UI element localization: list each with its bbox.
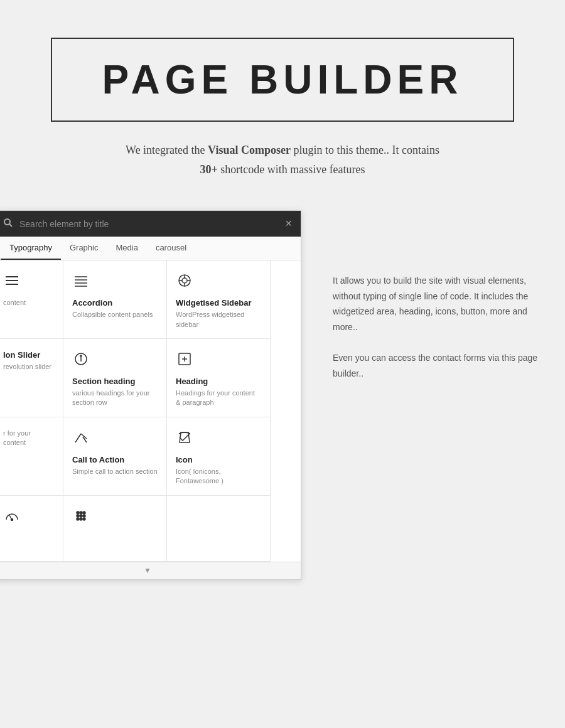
- svg-point-29: [77, 515, 79, 517]
- svg-point-25: [11, 518, 13, 520]
- svg-point-27: [80, 511, 82, 514]
- description-para1: It allows you to build the site with vis…: [333, 273, 540, 335]
- subtitle: We integrated the Visual Composer plugin…: [126, 141, 439, 179]
- brand-name: Visual Composer: [208, 144, 291, 156]
- cell-title: Section heading: [72, 377, 135, 386]
- svg-point-28: [83, 511, 85, 514]
- tab-graphic[interactable]: Graphic: [61, 237, 107, 260]
- svg-point-31: [83, 515, 85, 517]
- list-item[interactable]: Heading Headings for your content & para…: [167, 339, 271, 417]
- main-content: × Typography Graphic Media carousel cont…: [0, 210, 565, 579]
- cell-title: Ion Slider: [3, 350, 40, 360]
- svg-point-30: [80, 515, 82, 517]
- cell-description: Simple call to action section: [72, 467, 158, 476]
- icon-element-icon: [176, 429, 193, 449]
- cell-description: r for your content: [3, 429, 54, 448]
- svg-point-17: [80, 355, 82, 356]
- cell-description: Icon( Ionicons, Fontawesome ): [176, 467, 261, 486]
- element-panel: × Typography Graphic Media carousel cont…: [0, 210, 301, 579]
- panel-tabs: Typography Graphic Media carousel: [0, 237, 301, 260]
- svg-line-21: [75, 434, 81, 442]
- search-bar: ×: [0, 211, 301, 237]
- list-item[interactable]: content: [0, 260, 63, 339]
- svg-point-26: [77, 511, 79, 514]
- cell-description: revolution slider: [3, 362, 51, 372]
- list-item[interactable]: [167, 496, 271, 562]
- svg-point-34: [83, 518, 85, 520]
- svg-point-10: [182, 278, 187, 283]
- panel-grid: content Accordion Collapsible content pa…: [0, 260, 301, 561]
- page-title: PAGE BUILDER: [102, 56, 463, 103]
- tab-media[interactable]: Media: [107, 237, 146, 260]
- gauge-icon: [3, 507, 21, 527]
- list-item[interactable]: [0, 496, 63, 562]
- heading-icon: [176, 350, 193, 370]
- hero-section: PAGE BUILDER We integrated the Visual Co…: [0, 0, 565, 198]
- cell-description: Headings for your content & paragraph: [176, 388, 261, 408]
- menu-icon: [3, 272, 21, 292]
- right-description: It allows you to build the site with vis…: [301, 260, 565, 409]
- list-item[interactable]: Accordion Collapsible content panels: [63, 260, 167, 339]
- tab-typography[interactable]: Typography: [1, 237, 61, 260]
- scroll-indicator: ▼: [0, 562, 301, 579]
- cell-description: WordPress widgetised sidebar: [176, 310, 261, 329]
- subtitle-mid: plugin to this theme.. It contains: [291, 144, 439, 156]
- sidebar-icon: [176, 272, 193, 292]
- cta-icon: [72, 429, 90, 449]
- svg-line-1: [9, 224, 12, 227]
- search-icon: [3, 218, 13, 230]
- list-item[interactable]: Call to Action Simple call to action sec…: [63, 417, 167, 496]
- close-button[interactable]: ×: [285, 217, 292, 230]
- tab-carousel[interactable]: carousel: [147, 237, 195, 260]
- svg-point-33: [80, 518, 82, 520]
- cell-title: Call to Action: [72, 455, 124, 464]
- list-item[interactable]: [63, 496, 167, 562]
- cell-description: content: [3, 298, 26, 308]
- svg-point-32: [77, 518, 79, 520]
- svg-point-0: [4, 219, 10, 225]
- cell-title: Heading: [176, 377, 208, 386]
- search-input[interactable]: [19, 219, 279, 229]
- grid-icon: [72, 507, 90, 527]
- cell-description: various headings for your section row: [72, 388, 158, 408]
- list-item[interactable]: Widgetised Sidebar WordPress widgetised …: [167, 260, 271, 339]
- cell-title: Accordion: [72, 298, 112, 308]
- cell-title: Widgetised Sidebar: [176, 298, 252, 308]
- subtitle-pre: We integrated the: [126, 144, 208, 156]
- subtitle-end: shortcode with massive features: [218, 163, 365, 176]
- cell-title: Icon: [176, 455, 193, 464]
- list-item[interactable]: Ion Slider revolution slider: [0, 339, 63, 417]
- list-item[interactable]: Icon Icon( Ionicons, Fontawesome ): [167, 417, 271, 496]
- accordion-icon: [72, 272, 90, 292]
- description-para2: Even you can access the contact forms vi…: [333, 350, 540, 381]
- count-badge: 30+: [200, 163, 217, 176]
- section-heading-icon: [72, 350, 90, 370]
- page-builder-box: PAGE BUILDER: [51, 38, 515, 122]
- list-item[interactable]: r for your content: [0, 417, 63, 496]
- list-item[interactable]: Section heading various headings for you…: [63, 339, 167, 417]
- cell-description: Collapsible content panels: [72, 310, 153, 319]
